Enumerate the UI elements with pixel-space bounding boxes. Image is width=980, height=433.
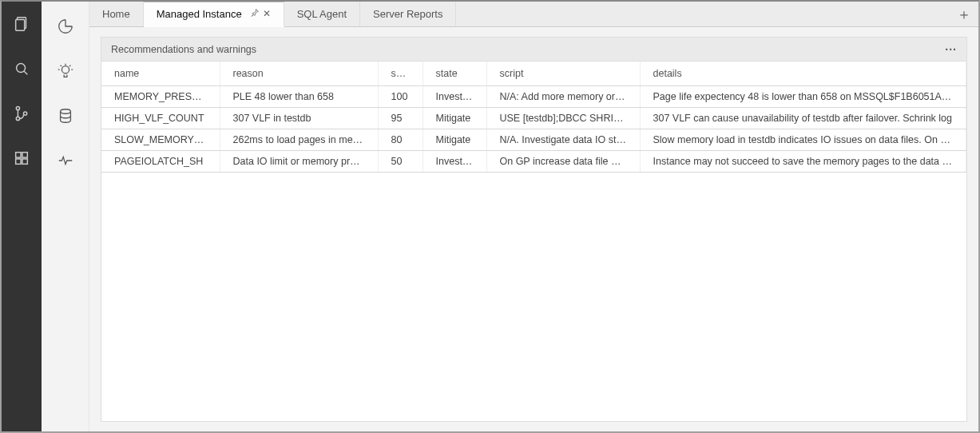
recommendations-table: name reason score state script details M… [101,62,966,173]
explorer-icon[interactable] [2,8,42,40]
new-tab-button[interactable]: ＋ [950,2,978,26]
cell-script: On GP increase data file with l… [486,150,640,172]
cell-score: 100 [378,85,423,107]
insights-icon[interactable] [42,56,89,86]
cell-script: USE [testdb];DBCC SHRINKFIL… [486,107,640,129]
cell-score: 80 [378,129,423,150]
tab-label: Home [102,8,130,20]
tab-server-reports[interactable]: Server Reports [360,2,456,26]
tab-sql-agent[interactable]: SQL Agent [284,2,360,26]
svg-point-6 [23,112,26,115]
dashboard-icon[interactable] [42,11,89,42]
tab-label: Managed Instance [157,8,242,20]
svg-point-5 [16,117,19,120]
col-score[interactable]: score [378,62,423,85]
extensions-icon[interactable] [2,142,42,174]
close-icon[interactable]: ✕ [263,8,271,20]
health-icon[interactable] [42,145,89,176]
cell-script: N/A. Investigate data IO statis… [486,129,640,150]
svg-rect-10 [22,159,27,164]
cell-name: SLOW_MEMORY_LOAD [101,129,220,150]
cell-score: 50 [378,150,423,172]
svg-rect-9 [16,159,21,164]
table-row[interactable]: SLOW_MEMORY_LOAD 262ms to load pages in … [101,129,966,150]
cell-name: PAGEIOLATCH_SH [101,150,220,172]
cell-state: Investigate [423,85,486,107]
cell-details: Slow memory load in testdb indicates IO … [640,129,966,150]
tab-label: Server Reports [373,8,442,20]
pin-icon[interactable] [250,8,260,20]
svg-point-12 [60,109,70,114]
database-icon[interactable] [42,101,89,131]
panel-title: Recommendations and warnings [111,44,256,55]
table-row[interactable]: HIGH_VLF_COUNT 307 VLF in testdb 95 Miti… [101,107,966,129]
cell-state: Investigate [423,150,486,172]
table-header-row: name reason score state script details [101,62,966,85]
cell-state: Mitigate [423,107,486,129]
search-icon[interactable] [2,53,42,85]
col-details[interactable]: details [640,62,966,85]
svg-point-4 [16,106,19,109]
recommendations-panel: Recommendations and warnings ··· name re… [101,37,967,422]
cell-name: HIGH_VLF_COUNT [101,107,220,129]
cell-state: Mitigate [423,129,486,150]
svg-point-2 [17,64,26,73]
cell-script: N/A: Add more memory or fin… [486,85,640,107]
tab-strip: Home Managed Instance ✕ SQL Agent Server… [89,2,978,27]
col-script[interactable]: script [486,62,640,85]
svg-point-11 [61,66,69,73]
svg-line-3 [24,71,27,74]
col-state[interactable]: state [423,62,486,85]
cell-reason: 262ms to load pages in memory. [220,129,378,150]
tab-home[interactable]: Home [89,2,144,26]
cell-reason: PLE 48 lower than 658 [220,85,378,107]
cell-reason: 307 VLF in testdb [220,107,378,129]
cell-score: 95 [378,107,423,129]
cell-details: 307 VLF can cause unavailability of test… [640,107,966,129]
cell-reason: Data IO limit or memory pressure. [220,150,378,172]
svg-rect-1 [16,20,25,31]
table-row[interactable]: MEMORY_PRESSURE PLE 48 lower than 658 10… [101,85,966,107]
tab-label: SQL Agent [297,8,347,20]
col-name[interactable]: name [101,62,220,85]
activity-bar [2,2,42,431]
table-row[interactable]: PAGEIOLATCH_SH Data IO limit or memory p… [101,150,966,172]
tab-managed-instance[interactable]: Managed Instance ✕ [144,2,284,27]
svg-rect-8 [22,153,27,157]
secondary-nav [42,2,89,431]
panel-more-icon[interactable]: ··· [945,43,957,56]
source-control-icon[interactable] [2,97,42,129]
cell-details: Instance may not succeed to save the mem… [640,150,966,172]
cell-name: MEMORY_PRESSURE [101,85,220,107]
col-reason[interactable]: reason [220,62,378,85]
svg-rect-7 [16,153,21,157]
cell-details: Page life expectency 48 is lower than 65… [640,85,966,107]
